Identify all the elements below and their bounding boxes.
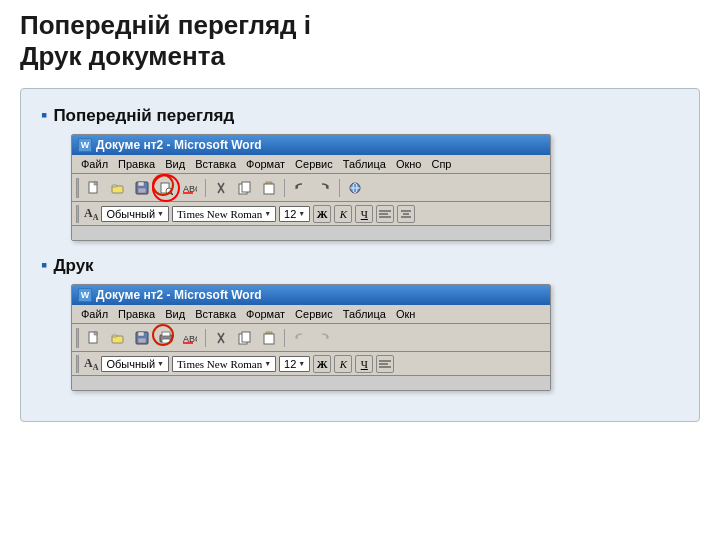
italic-button-2[interactable]: К (334, 355, 352, 373)
svg-rect-14 (242, 182, 250, 192)
word-window-preview: W Докуме нт2 - Microsoft Word Файл Правк… (71, 134, 551, 241)
menu-file-2[interactable]: Файл (76, 306, 113, 322)
doc-content-2 (72, 376, 550, 390)
preview-label: Попередній перегляд (41, 105, 679, 126)
print-button-2[interactable] (155, 327, 177, 349)
align-center-1[interactable] (397, 205, 415, 223)
bold-button-1[interactable]: Ж (313, 205, 331, 223)
align-left-2[interactable] (376, 355, 394, 373)
page-title: Попередній перегляд і Друк документа (20, 10, 700, 72)
menu-edit-1[interactable]: Правка (113, 156, 160, 172)
copy-button-1[interactable] (234, 177, 256, 199)
menu-insert-1[interactable]: Вставка (190, 156, 241, 172)
new-button-1[interactable] (83, 177, 105, 199)
print-label: Друк (41, 255, 679, 276)
menu-edit-2[interactable]: Правка (113, 306, 160, 322)
toolbar-preview: ABC (72, 174, 550, 202)
formatting-bar-preview: AA Обычный Times New Roman 12 Ж К Ч (72, 202, 550, 226)
underline-button-1[interactable]: Ч (355, 205, 373, 223)
save-button-2[interactable] (131, 327, 153, 349)
save-button-1[interactable] (131, 177, 153, 199)
paste-button-1[interactable] (258, 177, 280, 199)
menu-file-1[interactable]: Файл (76, 156, 113, 172)
style-aa-icon-2: AA (84, 356, 98, 372)
style-dropdown-2[interactable]: Обычный (101, 356, 169, 372)
undo-button-2[interactable] (289, 327, 311, 349)
sep-1c (339, 179, 340, 197)
svg-rect-42 (242, 332, 250, 342)
preview-section: Попередній перегляд W Докуме нт2 - Micro… (41, 105, 679, 241)
svg-rect-4 (138, 182, 144, 186)
highlight-circle-1 (152, 174, 174, 196)
window-title-preview: Докуме нт2 - Microsoft Word (96, 138, 262, 152)
menu-window-1[interactable]: Окно (391, 156, 427, 172)
style-dropdown-1[interactable]: Обычный (101, 206, 169, 222)
underline-button-2[interactable]: Ч (355, 355, 373, 373)
menu-window-2[interactable]: Окн (391, 306, 420, 322)
menu-view-2[interactable]: Вид (160, 306, 190, 322)
style-aa-icon-1: AA (84, 206, 98, 222)
sep-1a (205, 179, 206, 197)
spell-button-2[interactable]: ABC (179, 327, 201, 349)
menu-insert-2[interactable]: Вставка (190, 306, 241, 322)
svg-rect-5 (138, 188, 146, 193)
menu-help-1[interactable]: Спр (426, 156, 456, 172)
title-bar-print: W Докуме нт2 - Microsoft Word (72, 285, 550, 305)
redo-button-1[interactable] (313, 177, 335, 199)
paste-button-2[interactable] (258, 327, 280, 349)
cut-button-1[interactable] (210, 177, 232, 199)
word-icon-print: W (78, 288, 92, 302)
title-bar-preview: W Докуме нт2 - Microsoft Word (72, 135, 550, 155)
undo-button-1[interactable] (289, 177, 311, 199)
svg-rect-33 (138, 338, 146, 343)
open-button-2[interactable] (107, 327, 129, 349)
preview-button-1[interactable] (155, 177, 177, 199)
formatting-bar-print: AA Обычный Times New Roman 12 Ж К Ч (72, 352, 550, 376)
toolbar-grip-2 (76, 328, 79, 348)
sep-2b (284, 329, 285, 347)
open-button-1[interactable] (107, 177, 129, 199)
font-dropdown-1[interactable]: Times New Roman (172, 206, 276, 222)
content-area: Попередній перегляд W Докуме нт2 - Micro… (20, 88, 700, 422)
svg-rect-44 (264, 334, 274, 344)
svg-rect-36 (162, 339, 170, 343)
menu-table-1[interactable]: Таблица (338, 156, 391, 172)
size-dropdown-2[interactable]: 12 (279, 356, 310, 372)
word-icon-preview: W (78, 138, 92, 152)
web-button-1[interactable] (344, 177, 366, 199)
fmt-grip-1 (76, 205, 79, 223)
svg-rect-32 (138, 332, 144, 336)
menu-view-1[interactable]: Вид (160, 156, 190, 172)
menu-service-2[interactable]: Сервис (290, 306, 338, 322)
size-dropdown-1[interactable]: 12 (279, 206, 310, 222)
menu-format-2[interactable]: Формат (241, 306, 290, 322)
fmt-grip-2 (76, 355, 79, 373)
menu-bar-print: Файл Правка Вид Вставка Формат Сервис Та… (72, 305, 550, 324)
svg-rect-35 (162, 332, 170, 336)
svg-rect-16 (264, 184, 274, 194)
toolbar-grip-1 (76, 178, 79, 198)
svg-rect-6 (161, 183, 169, 193)
copy-button-2[interactable] (234, 327, 256, 349)
menu-table-2[interactable]: Таблица (338, 306, 391, 322)
svg-rect-2 (112, 185, 117, 187)
italic-button-1[interactable]: К (334, 205, 352, 223)
spell-button-1[interactable]: ABC (179, 177, 201, 199)
svg-point-7 (166, 188, 172, 194)
print-section: Друк W Докуме нт2 - Microsoft Word Файл … (41, 255, 679, 391)
redo-button-2[interactable] (313, 327, 335, 349)
align-left-1[interactable] (376, 205, 394, 223)
font-dropdown-2[interactable]: Times New Roman (172, 356, 276, 372)
bold-button-2[interactable]: Ж (313, 355, 331, 373)
new-button-2[interactable] (83, 327, 105, 349)
sep-2a (205, 329, 206, 347)
menu-format-1[interactable]: Формат (241, 156, 290, 172)
svg-rect-30 (112, 335, 117, 337)
word-window-print: W Докуме нт2 - Microsoft Word Файл Правк… (71, 284, 551, 391)
cut-button-2[interactable] (210, 327, 232, 349)
page-container: Попередній перегляд і Друк документа Поп… (0, 0, 720, 540)
svg-line-8 (171, 193, 173, 195)
sep-1b (284, 179, 285, 197)
window-title-print: Докуме нт2 - Microsoft Word (96, 288, 262, 302)
menu-service-1[interactable]: Сервис (290, 156, 338, 172)
